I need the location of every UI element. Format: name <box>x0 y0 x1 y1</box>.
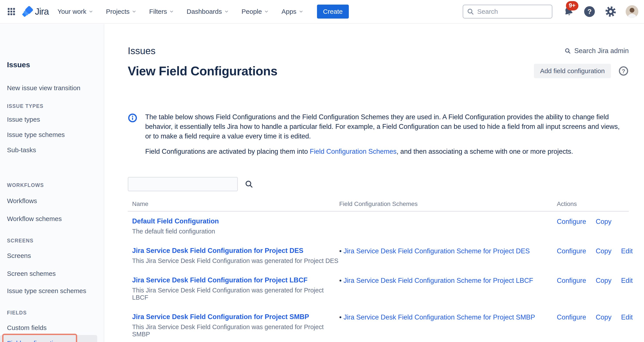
field-configuration-link[interactable]: Jira Service Desk Field Configuration fo… <box>132 276 308 284</box>
sidebar-item-workflow-schemes[interactable]: Workflow schemes <box>7 214 100 224</box>
user-avatar[interactable] <box>626 5 638 18</box>
notifications-button[interactable]: 9+ <box>563 6 574 17</box>
jira-logo[interactable]: Jira <box>22 6 49 17</box>
sidebar-item-workflows[interactable]: Workflows <box>7 196 100 206</box>
nav-filters[interactable]: Filters <box>149 8 174 15</box>
chevron-down-icon <box>132 9 136 14</box>
app-switcher-icon[interactable] <box>6 7 16 16</box>
intro-p2-before: Field Configurations are activated by pl… <box>145 148 310 155</box>
action-copy-link[interactable]: Copy <box>596 313 611 321</box>
action-configure-link[interactable]: Configure <box>557 218 586 226</box>
page-title: Issues <box>128 45 156 56</box>
column-header-schemes: Field Configuration Schemes <box>339 201 557 208</box>
create-button[interactable]: Create <box>317 5 349 19</box>
table-row: Jira Service Desk Field Configuration fo… <box>128 307 629 342</box>
search-icon <box>466 8 474 16</box>
field-configuration-description: This Jira Service Desk Field Configurati… <box>132 323 339 338</box>
settings-button[interactable] <box>605 6 616 18</box>
help-icon: ? <box>584 6 596 18</box>
scheme-link[interactable]: Jira Service Desk Field Configuration Sc… <box>343 277 533 284</box>
action-configure-link[interactable]: Configure <box>557 313 586 321</box>
sidebar-section-workflows: WORKFLOWS <box>7 182 100 188</box>
field-configurations-table: Name Field Configuration Schemes Actions… <box>128 201 629 342</box>
chevron-down-icon <box>88 9 93 14</box>
action-copy-link[interactable]: Copy <box>596 277 611 285</box>
nav-dashboards[interactable]: Dashboards <box>186 8 229 15</box>
sidebar-section-screens: SCREENS <box>7 238 100 244</box>
nav-people[interactable]: People <box>242 8 269 15</box>
action-edit-link[interactable]: Edit <box>621 247 633 255</box>
chevron-down-icon <box>169 9 174 14</box>
action-copy-link[interactable]: Copy <box>596 247 611 255</box>
chevron-down-icon <box>299 9 304 14</box>
info-icon <box>128 113 137 156</box>
action-configure-link[interactable]: Configure <box>557 277 586 285</box>
sidebar-item-new-issue-view-transition[interactable]: New issue view transition <box>7 83 100 93</box>
global-search-input[interactable] <box>462 5 552 19</box>
intro-paragraph-2: Field Configurations are activated by pl… <box>145 147 623 156</box>
sidebar-item-issue-types[interactable]: Issue types <box>7 115 100 124</box>
action-edit-link[interactable]: Edit <box>621 313 633 321</box>
sidebar-section-fields: FIELDS <box>7 310 100 316</box>
chevron-down-icon <box>264 9 269 14</box>
field-configuration-description: This Jira Service Desk Field Configurati… <box>132 257 339 264</box>
intro-paragraph-1: The table below shows Field Configuratio… <box>145 112 623 141</box>
avatar-photo <box>626 5 638 18</box>
column-header-actions: Actions <box>557 201 629 208</box>
chevron-down-icon <box>224 9 229 14</box>
field-configuration-description: The default field configuration <box>132 228 339 235</box>
nav-projects[interactable]: Projects <box>106 8 136 15</box>
table-row: Jira Service Desk Field Configuration fo… <box>128 271 629 307</box>
svg-text:?: ? <box>587 8 592 16</box>
sidebar-title: Issues <box>7 60 100 69</box>
field-configuration-link[interactable]: Jira Service Desk Field Configuration fo… <box>132 247 304 254</box>
action-edit-link[interactable]: Edit <box>621 277 633 285</box>
sidebar-item-custom-fields[interactable]: Custom fields <box>7 323 100 332</box>
sidebar-item-screen-schemes[interactable]: Screen schemes <box>7 269 100 278</box>
scheme-link[interactable]: Jira Service Desk Field Configuration Sc… <box>343 247 530 255</box>
field-configuration-schemes-link[interactable]: Field Configuration Schemes <box>310 148 396 155</box>
sidebar-item-sub-tasks[interactable]: Sub-tasks <box>7 145 100 155</box>
main-content: Issues Search Jira admin View Field Conf… <box>128 24 629 342</box>
column-header-name: Name <box>132 201 339 208</box>
section-help-button[interactable]: ? <box>618 66 629 76</box>
sidebar-item-issue-type-screen-schemes[interactable]: Issue type screen schemes <box>7 286 100 296</box>
intro-p2-after: , and then associating a scheme with one… <box>396 148 573 155</box>
help-outline-icon: ? <box>618 66 629 76</box>
field-configuration-description: This Jira Service Desk Field Configurati… <box>132 287 339 301</box>
jira-logo-mark-icon <box>22 6 33 17</box>
action-configure-link[interactable]: Configure <box>557 247 586 255</box>
table-filter-input[interactable] <box>128 177 238 191</box>
jira-wordmark: Jira <box>35 6 49 17</box>
global-search <box>462 5 552 19</box>
top-navigation-bar: Jira Your work Projects Filters Dashboar… <box>0 0 644 24</box>
sidebar-item-field-configurations[interactable]: Field configurations <box>0 335 97 342</box>
nav-your-work[interactable]: Your work <box>58 8 93 15</box>
search-icon <box>564 47 571 54</box>
sidebar-item-screens[interactable]: Screens <box>7 251 100 261</box>
add-field-configuration-button[interactable]: Add field configuration <box>534 64 611 78</box>
notifications-badge: 9+ <box>566 1 578 11</box>
scheme-link[interactable]: Jira Service Desk Field Configuration Sc… <box>343 313 535 321</box>
table-header-row: Name Field Configuration Schemes Actions <box>128 201 629 212</box>
help-button[interactable]: ? <box>584 6 596 18</box>
sidebar-item-issue-type-schemes[interactable]: Issue type schemes <box>7 130 100 139</box>
svg-text:?: ? <box>622 68 625 74</box>
admin-sidebar: Issues New issue view transition ISSUE T… <box>0 24 104 342</box>
table-row: Default Field Configuration The default … <box>128 212 629 241</box>
field-configuration-link[interactable]: Jira Service Desk Field Configuration fo… <box>132 313 309 321</box>
section-title: View Field Configurations <box>128 64 277 78</box>
action-copy-link[interactable]: Copy <box>596 218 611 226</box>
filter-search-icon[interactable] <box>244 180 254 189</box>
table-row: Jira Service Desk Field Configuration fo… <box>128 241 629 271</box>
primary-nav: Your work Projects Filters Dashboards Pe… <box>58 8 304 15</box>
gear-icon <box>605 6 616 18</box>
sidebar-section-issue-types: ISSUE TYPES <box>7 103 100 109</box>
search-jira-admin-link[interactable]: Search Jira admin <box>564 47 629 55</box>
nav-apps[interactable]: Apps <box>282 8 303 15</box>
intro-text-block: The table below shows Field Configuratio… <box>128 112 629 156</box>
field-configuration-link[interactable]: Default Field Configuration <box>132 217 219 225</box>
